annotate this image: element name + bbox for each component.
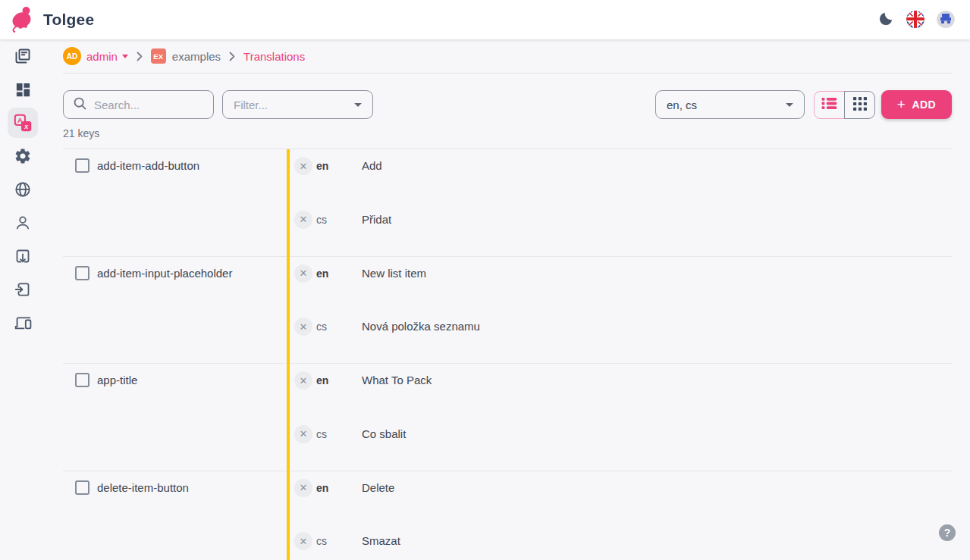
sidebar-item-integrate[interactable]	[0, 306, 46, 339]
breadcrumb-user-label: admin	[86, 50, 118, 63]
brand[interactable]: Tolgee	[10, 5, 94, 36]
translation-state-icon[interactable]: ✕	[294, 425, 312, 443]
translation-state-icon[interactable]: ✕	[294, 264, 312, 283]
view-mode-toggle	[814, 91, 875, 119]
language-code: cs	[316, 425, 362, 443]
key-name: app-title	[97, 371, 137, 389]
row-checkbox[interactable]	[75, 158, 89, 173]
moon-icon	[877, 11, 894, 30]
translation-row-en[interactable]: ✕enDelete	[294, 471, 952, 525]
translation-state-icon[interactable]: ✕	[294, 479, 312, 497]
sidebar-item-export[interactable]	[0, 239, 46, 273]
row-checkbox[interactable]	[75, 373, 89, 387]
sidebar-item-import[interactable]	[0, 273, 46, 306]
list-view-toggle[interactable]	[814, 91, 845, 119]
language-code: en	[316, 157, 362, 175]
translation-text: Přidat	[362, 211, 391, 229]
chevron-down-icon	[786, 103, 793, 107]
table-row: app-title✕enWhat To Pack✕csCo sbalit	[63, 364, 952, 471]
add-key-button[interactable]: + ADD	[881, 90, 952, 119]
user-initials-avatar[interactable]: AD	[63, 47, 81, 65]
chevron-down-icon	[354, 103, 362, 107]
translation-row-cs[interactable]: ✕csSmazat	[294, 524, 952, 560]
translation-state-icon[interactable]: ✕	[294, 211, 312, 229]
translations-table-rows: add-item-add-button✕enAdd✕csPřidatadd-it…	[63, 149, 952, 560]
main-sidebar: A x	[0, 39, 46, 560]
dashboard-icon	[8, 74, 38, 105]
key-cell[interactable]: add-item-input-placeholder	[63, 257, 287, 364]
search-input[interactable]	[94, 99, 193, 111]
key-name: delete-item-button	[97, 479, 189, 497]
key-cell[interactable]: app-title	[63, 364, 287, 471]
translation-text: New list item	[362, 264, 426, 283]
user-menu-avatar[interactable]	[937, 11, 955, 29]
person-icon	[8, 208, 38, 238]
languages-select-value: en, cs	[667, 99, 697, 111]
language-code: en	[316, 479, 362, 497]
globe-icon	[8, 174, 38, 205]
chevron-right-icon	[137, 52, 143, 61]
tolgee-mouse-logo	[10, 5, 35, 36]
ui-language-selector[interactable]	[906, 11, 924, 29]
main-content: AD admin EX examples Translations Filter…	[46, 39, 970, 560]
language-code: en	[316, 371, 362, 389]
chevron-right-icon	[229, 52, 235, 61]
translation-text: Co sbalit	[362, 425, 406, 443]
translation-row-en[interactable]: ✕enNew list item	[294, 257, 952, 311]
translation-state-icon[interactable]: ✕	[294, 371, 312, 389]
translation-row-en[interactable]: ✕enAdd	[294, 149, 952, 203]
svg-text:x: x	[24, 122, 28, 130]
language-code: cs	[316, 532, 362, 550]
table-row: delete-item-button✕enDelete✕csSmazat	[63, 471, 952, 560]
translations-cell: ✕enAdd✕csPřidat	[287, 149, 952, 256]
row-checkbox[interactable]	[75, 266, 89, 280]
sidebar-item-projects[interactable]	[0, 39, 46, 73]
key-cell[interactable]: delete-item-button	[63, 471, 287, 560]
translation-row-cs[interactable]: ✕csPřidat	[294, 203, 952, 257]
keys-count: 21 keys	[63, 127, 952, 139]
filter-select[interactable]: Filter...	[222, 90, 373, 119]
search-icon	[73, 96, 87, 114]
language-code: cs	[316, 211, 362, 229]
translation-row-cs[interactable]: ✕csNová položka seznamu	[294, 310, 952, 364]
translation-text: Nová položka seznamu	[362, 318, 480, 336]
translation-row-cs[interactable]: ✕csCo sbalit	[294, 418, 952, 471]
search-box[interactable]	[63, 90, 214, 119]
translation-text: What To Pack	[362, 371, 432, 389]
settings-gear-icon	[8, 141, 38, 171]
key-translations-divider	[287, 149, 290, 560]
translations-toolbar: Filter... en, cs	[63, 90, 952, 119]
table-row: add-item-add-button✕enAdd✕csPřidat	[63, 149, 952, 257]
sidebar-item-languages[interactable]	[0, 173, 46, 206]
key-name: add-item-input-placeholder	[97, 264, 232, 283]
app-title: Tolgee	[43, 11, 94, 29]
uk-flag-icon	[906, 11, 924, 29]
row-checkbox[interactable]	[75, 480, 89, 495]
translations-cell: ✕enDelete✕csSmazat	[287, 471, 952, 560]
table-row: add-item-input-placeholder✕enNew list it…	[63, 257, 952, 364]
sidebar-item-members[interactable]	[0, 206, 46, 239]
project-initials-badge[interactable]: EX	[151, 48, 166, 64]
translation-state-icon[interactable]: ✕	[294, 532, 312, 550]
sidebar-item-translations[interactable]: A x	[0, 106, 46, 139]
grid-view-icon	[853, 97, 867, 113]
translation-state-icon[interactable]: ✕	[294, 318, 312, 336]
translation-text: Add	[362, 157, 382, 175]
help-button[interactable]: ?	[939, 524, 956, 541]
translations-cell: ✕enNew list item✕csNová položka seznamu	[287, 257, 952, 364]
translation-state-icon[interactable]: ✕	[294, 157, 312, 175]
grid-view-toggle[interactable]	[844, 91, 875, 119]
chevron-down-icon	[122, 55, 128, 58]
sidebar-item-settings[interactable]	[0, 139, 46, 173]
plus-icon: +	[897, 97, 906, 111]
dark-mode-toggle[interactable]	[877, 11, 894, 30]
sidebar-item-dashboard[interactable]	[0, 73, 46, 106]
key-name: add-item-add-button	[97, 157, 199, 175]
key-cell[interactable]: add-item-add-button	[63, 149, 287, 256]
breadcrumb-user-menu[interactable]: admin	[86, 50, 128, 63]
languages-select[interactable]: en, cs	[655, 90, 805, 119]
topbar-actions	[877, 11, 955, 30]
export-download-icon	[8, 241, 38, 271]
translation-row-en[interactable]: ✕enWhat To Pack	[294, 364, 952, 418]
breadcrumb-project[interactable]: examples	[172, 50, 221, 63]
